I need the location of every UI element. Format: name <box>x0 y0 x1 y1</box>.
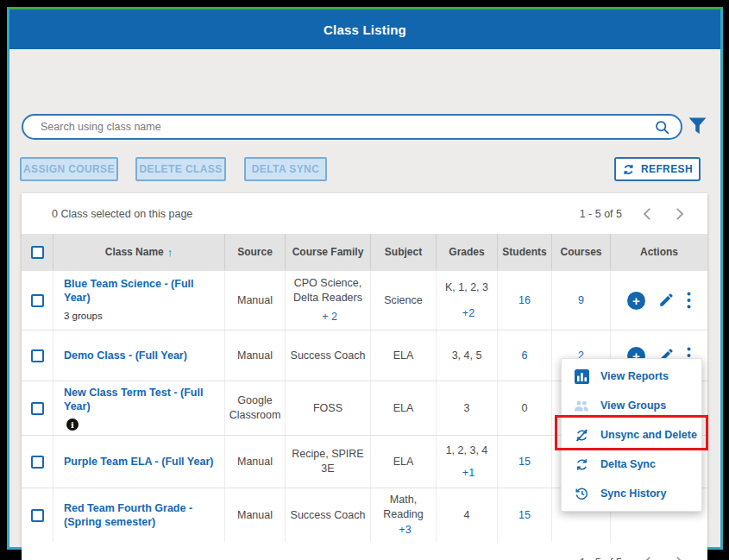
students-count-link[interactable]: 16 <box>518 293 531 308</box>
class-name-link[interactable]: Purple Team ELA - (Full Year) <box>64 455 213 469</box>
refresh-icon <box>622 163 635 176</box>
selection-bar: 0 Class selected on this page 1 - 5 of 5 <box>22 193 707 234</box>
class-name-link[interactable]: Blue Team Science - (Full Year) <box>64 277 220 305</box>
source-cell: Google Classroom <box>225 381 286 435</box>
subject-cell: Science <box>371 271 437 330</box>
sync-icon <box>574 457 589 472</box>
title-bar: Class Listing <box>9 9 720 49</box>
refresh-label: REFRESH <box>641 163 693 175</box>
students-count-link[interactable]: 15 <box>518 508 531 523</box>
groups-label: 3 groups <box>64 310 103 324</box>
more-subjects-link[interactable]: +3 <box>399 523 411 538</box>
bar-chart-icon <box>574 369 589 384</box>
bottom-pagination: 1 - 5 of 5 <box>22 542 707 560</box>
search-icon[interactable] <box>654 119 670 135</box>
add-icon[interactable]: + <box>627 292 645 310</box>
search-bar <box>22 114 682 140</box>
grades-cell: 3, 4, 5 <box>437 330 498 381</box>
courses-count-link[interactable]: 9 <box>578 293 584 308</box>
row-checkbox[interactable] <box>31 456 44 469</box>
course-family-cell: Success Coach <box>286 330 371 381</box>
table-header-row: Class Name ↑ Source Course Family Subjec… <box>22 234 707 270</box>
source-cell: Manual <box>225 488 286 542</box>
next-page-icon[interactable] <box>673 554 686 560</box>
students-count: 0 <box>498 381 552 435</box>
filter-icon[interactable] <box>687 116 708 137</box>
header-source: Source <box>225 234 286 270</box>
grades-cell: 1, 2, 3, 4 +1 <box>437 436 498 488</box>
header-subject: Subject <box>371 234 437 270</box>
groups-icon <box>574 399 589 413</box>
table-row: Blue Team Science - (Full Year) 3 groups… <box>22 270 707 330</box>
actions-cell: + <box>611 271 707 330</box>
row-checkbox[interactable] <box>31 402 44 415</box>
course-family-cell: FOSS <box>286 381 371 435</box>
sort-asc-icon[interactable]: ↑ <box>167 246 173 259</box>
header-actions: Actions <box>611 234 707 270</box>
subject-cell: ELA <box>371 436 437 488</box>
menu-item-view-groups[interactable]: View Groups <box>562 391 701 420</box>
page-title: Class Listing <box>324 22 406 37</box>
course-family-cell: CPO Science, Delta Readers + 2 <box>286 271 371 330</box>
info-icon[interactable]: i <box>66 418 79 431</box>
row-checkbox[interactable] <box>31 294 44 307</box>
grades-cell: 3 <box>437 381 498 435</box>
class-name-link[interactable]: Demo Class - (Full Year) <box>64 349 187 362</box>
students-count-link[interactable]: 15 <box>518 455 531 469</box>
refresh-button[interactable]: REFRESH <box>614 157 701 181</box>
app-frame: Class Listing ASSIGN COURSE DELETE CLASS <box>0 0 729 560</box>
next-page-icon[interactable] <box>673 205 686 223</box>
row-checkbox[interactable] <box>31 509 44 522</box>
assign-course-button[interactable]: ASSIGN COURSE <box>20 157 118 181</box>
history-clock-icon <box>574 486 589 501</box>
edit-icon[interactable] <box>658 293 674 308</box>
header-class-name[interactable]: Class Name ↑ <box>53 234 225 270</box>
grades-cell: 4 <box>437 488 498 542</box>
row-actions-menu: View Reports View Groups Unsync and Dele… <box>561 358 702 512</box>
students-count-link[interactable]: 6 <box>522 349 528 363</box>
more-grades-link[interactable]: +2 <box>462 306 474 321</box>
page-range-label: 1 - 5 of 5 <box>580 208 622 220</box>
menu-item-sync-history[interactable]: Sync History <box>562 479 701 508</box>
more-courses-link[interactable]: + 2 <box>322 310 337 324</box>
course-family-cell: Success Coach <box>286 488 371 542</box>
menu-item-unsync-and-delete[interactable]: Unsync and Delete <box>562 420 701 450</box>
header-grades: Grades <box>437 234 498 270</box>
subject-cell: ELA <box>371 381 437 435</box>
row-checkbox[interactable] <box>31 349 44 362</box>
more-grades-link[interactable]: +1 <box>462 466 474 481</box>
subject-cell: ELA <box>371 330 437 381</box>
header-course-family: Course Family <box>286 234 371 270</box>
delete-class-button[interactable]: DELETE CLASS <box>135 157 226 181</box>
menu-item-delta-sync[interactable]: Delta Sync <box>562 450 701 479</box>
menu-item-view-reports[interactable]: View Reports <box>562 362 701 391</box>
header-courses: Courses <box>552 234 611 270</box>
source-cell: Manual <box>225 436 286 488</box>
prev-page-icon[interactable] <box>641 205 654 223</box>
unsync-icon <box>574 428 589 443</box>
top-pagination: 1 - 5 of 5 <box>580 205 686 223</box>
page-range-label: 1 - 5 of 5 <box>580 557 622 560</box>
delta-sync-button[interactable]: DELTA SYNC <box>244 157 327 181</box>
source-cell: Manual <box>225 330 286 381</box>
subject-cell: Math, Reading +3 <box>371 488 437 542</box>
search-input[interactable] <box>39 120 654 134</box>
prev-page-icon[interactable] <box>641 554 654 560</box>
select-all-cell <box>22 234 53 270</box>
header-students: Students <box>498 234 552 270</box>
class-name-link[interactable]: Red Team Fourth Grade - (Spring semester… <box>64 501 220 530</box>
grades-cell: K, 1, 2, 3 +2 <box>437 271 498 330</box>
class-name-link[interactable]: New Class Term Test - (Full Year) <box>64 386 220 414</box>
kebab-menu-icon[interactable] <box>687 292 691 309</box>
selection-count-text: 0 Class selected on this page <box>52 208 192 220</box>
course-family-cell: Recipe, SPIRE 3E <box>286 436 371 488</box>
select-all-checkbox[interactable] <box>31 246 44 259</box>
source-cell: Manual <box>225 271 286 330</box>
